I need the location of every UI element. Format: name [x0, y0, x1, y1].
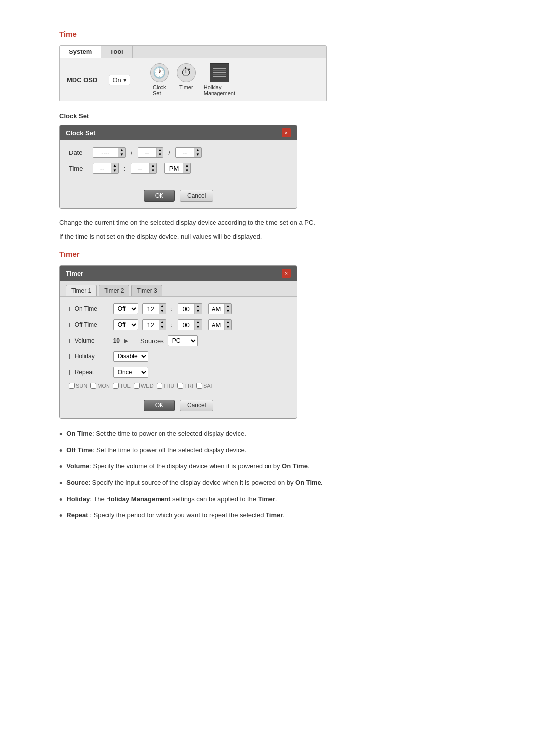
- on-ampm-up[interactable]: ▲: [225, 304, 232, 309]
- on-time-indicator: I: [69, 305, 71, 313]
- date-day-input[interactable]: [176, 148, 194, 157]
- off-ampm-spin[interactable]: ▲ ▼: [208, 319, 232, 330]
- date-month-down[interactable]: ▼: [157, 152, 163, 157]
- off-min-down[interactable]: ▼: [195, 325, 202, 330]
- day-sat: SAT: [196, 383, 214, 389]
- date-month-up[interactable]: ▲: [157, 148, 163, 152]
- timer-icon-label: Timer: [179, 84, 193, 90]
- clock-set-cancel-button[interactable]: Cancel: [180, 190, 213, 202]
- day-thu-checkbox[interactable]: [157, 383, 162, 389]
- time-hour-down[interactable]: ▼: [111, 168, 118, 173]
- on-time-row: I On Time Off On ▲ ▼ : ▲: [69, 303, 288, 314]
- day-sat-checkbox[interactable]: [196, 383, 202, 389]
- holiday-select[interactable]: Disable Enable: [113, 351, 148, 362]
- off-min-input[interactable]: [178, 320, 194, 330]
- bullet-off-time: • Off Time: Set the time to power off th…: [59, 445, 476, 457]
- date-year-spin[interactable]: ▲ ▼: [93, 147, 126, 158]
- time-hour-spin[interactable]: ▲ ▼: [93, 163, 119, 174]
- date-year-input[interactable]: [93, 148, 118, 157]
- on-min-spin[interactable]: ▲ ▼: [178, 303, 202, 314]
- off-ampm-input[interactable]: [209, 320, 224, 330]
- time-sep: :: [123, 165, 127, 172]
- time-min-spin[interactable]: ▲ ▼: [131, 163, 157, 174]
- timer-body: I On Time Off On ▲ ▼ : ▲: [60, 297, 297, 396]
- timer-tab-1[interactable]: Timer 1: [66, 285, 97, 296]
- date-month-spin[interactable]: ▲ ▼: [138, 147, 164, 158]
- timer-close-button[interactable]: ×: [282, 269, 291, 278]
- off-time-indicator: I: [69, 321, 71, 329]
- timer-icon: ⏱: [177, 63, 196, 82]
- off-hour-spin[interactable]: ▲ ▼: [142, 319, 166, 330]
- off-min-up[interactable]: ▲: [195, 320, 202, 325]
- time-hour-up[interactable]: ▲: [111, 163, 118, 168]
- date-day-up[interactable]: ▲: [194, 148, 201, 152]
- time-row: Time ▲ ▼ : ▲ ▼: [69, 163, 288, 174]
- on-ampm-spin[interactable]: ▲ ▼: [208, 303, 232, 314]
- holiday-icon-group[interactable]: HolidayManagement: [204, 63, 235, 96]
- repeat-select[interactable]: Once Everyday: [113, 367, 148, 378]
- off-ampm-down[interactable]: ▼: [225, 325, 232, 330]
- date-row: Date ▲ ▼ / ▲ ▼ /: [69, 147, 288, 158]
- date-day-spin[interactable]: ▲ ▼: [175, 147, 202, 158]
- time-min-up[interactable]: ▲: [150, 163, 157, 168]
- time-min-input[interactable]: [131, 164, 149, 173]
- on-time-select[interactable]: Off On: [113, 303, 138, 314]
- date-day-down[interactable]: ▼: [194, 152, 201, 157]
- on-min-down[interactable]: ▼: [195, 309, 202, 314]
- on-ampm-down[interactable]: ▼: [225, 309, 232, 314]
- off-hour-down[interactable]: ▼: [159, 325, 166, 330]
- bullet-holiday: • Holiday: The Holiday Management settin…: [59, 494, 476, 506]
- date-year-down[interactable]: ▼: [118, 152, 125, 157]
- bullet-dot-4: •: [59, 477, 62, 490]
- time-ampm-up[interactable]: ▲: [183, 163, 190, 168]
- mdc-dropdown-icon: ▾: [123, 76, 127, 84]
- on-hour-down[interactable]: ▼: [159, 309, 166, 314]
- on-ampm-input[interactable]: [209, 304, 224, 314]
- on-hour-spin[interactable]: ▲ ▼: [142, 303, 166, 314]
- day-fri-checkbox[interactable]: [177, 383, 183, 389]
- repeat-row: I Repeat Once Everyday: [69, 367, 288, 378]
- time-min-down[interactable]: ▼: [150, 168, 157, 173]
- toolbar-tabs: System Tool: [60, 46, 326, 58]
- sources-select[interactable]: PC HDMI: [168, 335, 198, 346]
- date-year-up[interactable]: ▲: [118, 148, 125, 152]
- on-hour-input[interactable]: [143, 304, 159, 314]
- day-sun: SUN: [69, 383, 87, 389]
- on-min-input[interactable]: [178, 304, 194, 314]
- timer-tab-2[interactable]: Timer 2: [99, 285, 129, 296]
- timer-cancel-button[interactable]: Cancel: [180, 400, 213, 411]
- date-month-input[interactable]: [138, 148, 156, 157]
- off-ampm-up[interactable]: ▲: [225, 320, 232, 325]
- day-mon: MON: [90, 383, 110, 389]
- clock-set-icon-group[interactable]: 🕐 ClockSet: [150, 63, 169, 96]
- time-ampm-down[interactable]: ▼: [183, 168, 190, 173]
- day-thu-label: THU: [163, 383, 175, 389]
- timer-icon-group[interactable]: ⏱ Timer: [177, 63, 196, 96]
- day-sat-label: SAT: [203, 383, 214, 389]
- tab-system[interactable]: System: [60, 46, 101, 58]
- off-hour-input[interactable]: [143, 320, 159, 330]
- time-ampm-spin[interactable]: ▲ ▼: [164, 163, 191, 174]
- volume-arrow-icon[interactable]: ▶: [124, 337, 128, 344]
- day-sun-checkbox[interactable]: [69, 383, 75, 389]
- off-hour-up[interactable]: ▲: [159, 320, 166, 325]
- day-wed-checkbox[interactable]: [134, 383, 140, 389]
- on-hour-up[interactable]: ▲: [159, 304, 166, 309]
- day-mon-checkbox[interactable]: [90, 383, 96, 389]
- mdc-osd-select[interactable]: On ▾: [109, 75, 130, 85]
- mdc-osd-label: MDC OSD: [67, 76, 97, 84]
- day-tue-checkbox[interactable]: [113, 383, 119, 389]
- clock-set-label: ClockSet: [153, 84, 166, 96]
- on-min-up[interactable]: ▲: [195, 304, 202, 309]
- off-time-select[interactable]: Off On: [113, 319, 138, 330]
- bullet-repeat-text: Repeat : Specify the period for which yo…: [66, 510, 285, 520]
- clock-set-close-button[interactable]: ×: [282, 128, 291, 137]
- timer-tab-3[interactable]: Timer 3: [131, 285, 162, 296]
- time-hour-input[interactable]: [93, 164, 111, 173]
- tab-tool[interactable]: Tool: [101, 46, 132, 58]
- timer-ok-button[interactable]: OK: [144, 400, 175, 411]
- days-row: SUN MON TUE WED THU: [69, 383, 288, 389]
- time-ampm-input[interactable]: [165, 164, 183, 173]
- off-min-spin[interactable]: ▲ ▼: [178, 319, 202, 330]
- clock-set-ok-button[interactable]: OK: [144, 190, 175, 202]
